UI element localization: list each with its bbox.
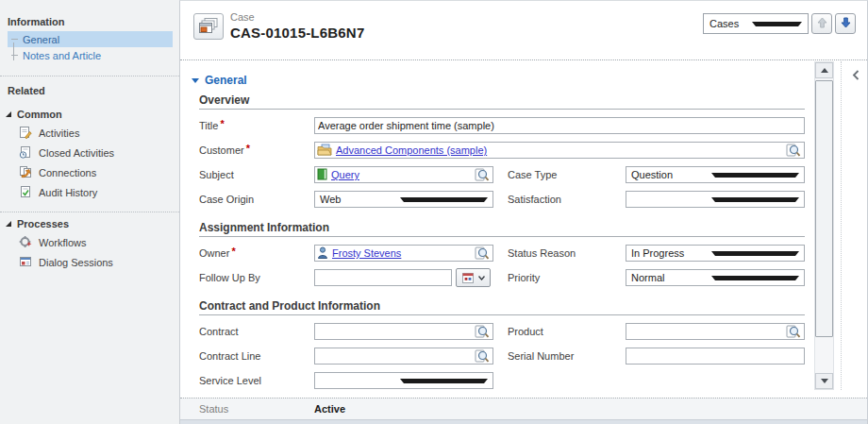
expanded-triangle-icon [6,221,11,227]
owner-lookup-button[interactable] [474,246,491,261]
customer-lookup-field[interactable]: Advanced Components (sample) [314,142,805,159]
chevron-down-icon [400,197,488,202]
priority-select[interactable]: Normal [626,269,805,286]
tab-general-header[interactable]: General [192,74,814,87]
contract-label: Contract [199,319,314,344]
case-form-panel: Case CAS-01015-L6B6N7 Cases General Over… [179,0,868,424]
section-header-contract: Contract and Product Information [199,290,805,315]
owner-label: Owner* [199,241,314,265]
down-arrow-icon [841,17,851,30]
group-header-common[interactable]: Common [6,109,179,120]
next-record-button[interactable] [835,13,856,34]
service-level-label: Service Level [199,368,314,391]
up-arrow-icon [817,17,827,30]
record-header: Case CAS-01015-L6B6N7 Cases [180,1,867,60]
case-type-select[interactable]: Question [626,166,805,183]
vertical-scrollbar[interactable] [814,61,834,390]
bottom-strip [180,419,867,424]
contract-line-lookup-field[interactable] [314,348,493,365]
nav-item-general[interactable]: General [8,31,173,47]
title-label: Title* [199,113,314,138]
group-header-processes[interactable]: Processes [6,218,179,229]
contract-lookup-button[interactable] [474,325,491,339]
scroll-up-button[interactable] [815,62,833,78]
contract-line-lookup-button[interactable] [474,349,491,364]
nav-item-dialog-sessions[interactable]: Dialog Sessions [19,252,179,272]
record-navigation: Cases [703,13,856,34]
required-asterisk: * [246,143,250,154]
nav-item-label: General [23,34,59,45]
status-reason-label: Status Reason [493,241,626,265]
status-bar: Status Active [180,398,867,419]
follow-up-by-label: Follow Up By [199,265,314,290]
field-grid: Overview Title* Customer* Advanced Compo… [199,89,805,391]
workflows-icon [19,235,32,250]
information-section-title: Information [8,16,179,27]
nav-item-workflows[interactable]: Workflows [19,232,179,252]
calendar-icon [462,272,475,283]
chevron-down-icon [711,197,799,202]
customer-lookup-button[interactable] [785,144,802,158]
right-pane-divider [841,61,842,390]
scroll-down-button[interactable] [815,373,833,389]
status-reason-select[interactable]: In Progress [626,245,805,262]
audit-history-icon [19,185,32,200]
product-lookup-field[interactable] [626,323,805,340]
follow-up-by-date-input[interactable] [314,269,452,286]
status-label: Status [199,403,228,415]
subject-lookup-field[interactable]: Query [314,166,493,183]
activities-icon [19,126,32,141]
divider [0,76,179,76]
dialog-sessions-icon [19,255,32,270]
chevron-down-icon [711,173,799,178]
service-level-select[interactable] [314,372,493,389]
date-picker-button[interactable] [456,268,491,287]
up-arrow-icon [821,68,828,73]
nav-item-notes-and-article[interactable]: Notes and Article [8,47,173,63]
chevron-down-icon [711,251,799,256]
previous-record-button[interactable] [811,13,832,34]
view-selector-dropdown[interactable]: Cases [703,13,809,34]
nav-item-closed-activities[interactable]: Closed Activities [19,143,179,162]
form-navigator-pane: Information General Notes and Article Re… [0,0,179,424]
case-entity-icon [193,13,224,40]
serial-number-input[interactable] [626,348,805,365]
connections-icon [19,165,32,180]
chevron-down-icon [400,379,488,383]
nav-item-audit-history[interactable]: Audit History [19,182,179,202]
required-asterisk: * [231,246,235,257]
account-folder-icon [317,144,332,158]
tree-dash [11,39,18,40]
closed-activities-icon [19,145,32,161]
required-asterisk: * [220,118,224,129]
title-input[interactable] [314,117,805,134]
satisfaction-label: Satisfaction [493,187,626,212]
subject-lookup-button[interactable] [474,168,491,182]
owner-record-link[interactable]: Frosty Stevens [332,247,401,259]
case-origin-select[interactable]: Web [314,191,493,208]
nav-item-activities[interactable]: Activities [19,123,179,143]
subject-record-link[interactable]: Query [331,169,359,180]
scrollbar-thumb[interactable] [815,80,833,337]
product-lookup-button[interactable] [785,325,802,339]
customer-record-link[interactable]: Advanced Components (sample) [336,144,487,156]
case-origin-label: Case Origin [199,187,314,212]
collapse-pane-button[interactable] [848,67,863,82]
divider [0,212,179,212]
owner-lookup-field[interactable]: Frosty Stevens [314,245,493,262]
status-value: Active [314,403,345,415]
user-person-icon [317,246,328,261]
nav-item-label: Notes and Article [23,50,101,61]
product-label: Product [493,319,626,344]
chevron-left-icon [852,70,860,80]
serial-number-label: Serial Number [493,344,626,368]
record-title: CAS-01015-L6B6N7 [230,25,364,41]
expanded-triangle-icon [6,111,11,117]
chevron-down-icon [478,276,485,280]
contract-lookup-field[interactable] [314,323,493,340]
satisfaction-select[interactable] [626,191,805,208]
case-type-label: Case Type [493,162,626,187]
subject-book-icon [317,168,327,182]
nav-item-connections[interactable]: Connections [19,162,179,182]
contract-line-label: Contract Line [199,344,314,368]
